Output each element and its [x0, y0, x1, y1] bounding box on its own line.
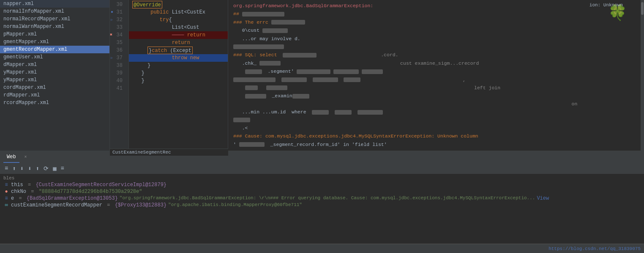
error-line-1: org.springframework.jdbc.BadSqlGrammarEx… [233, 2, 639, 10]
download-icon[interactable]: ⬇ [19, 165, 25, 172]
code-content[interactable]: @Override public List<CustEx try{ List<C… [129, 0, 228, 151]
debug-var-e[interactable]: ≡ e = {BadSqlGrammarException@13053} "or… [3, 195, 641, 202]
blurred-ex2 [292, 94, 309, 99]
this-eq: = [25, 182, 34, 188]
mapper-var-ref: {$Proxy133@12883} [115, 202, 166, 208]
top-right-text: ion: Unknown [589, 2, 623, 9]
error-nested-line: ; bad SQL grammar []; nested exception i… [233, 149, 639, 151]
mapper-eq: = [104, 202, 113, 208]
file-tree-item[interactable]: gmentMapper.xml [0, 38, 109, 46]
e-var-name: e [11, 195, 14, 201]
this-var-name: this [11, 182, 23, 188]
blurred-3 [262, 28, 288, 33]
blurred-seg2 [297, 69, 330, 74]
error-line-blank: , [233, 76, 639, 84]
blurred-sql1 [283, 53, 317, 58]
code-line-37: throw new [129, 54, 228, 62]
chkno-eq: = [28, 189, 37, 195]
view-link[interactable]: View [537, 195, 549, 201]
line-num-36: 36 [110, 47, 125, 54]
blurred-wh3 [357, 110, 383, 115]
error-line-3: 0\cust [233, 27, 639, 34]
tab-web[interactable]: Web [3, 151, 19, 163]
file-tree: napper.xml normalInfoMapper.xml normalRe… [0, 0, 110, 151]
code-editor: 30 31 ● 32 ▷ 33 34 ✖ 35 36 37 ▷ [110, 0, 228, 151]
tab-close-button[interactable]: × [25, 155, 27, 160]
file-tree-item[interactable]: gmentUser.xml [0, 53, 109, 61]
line-num-35: 35 [110, 39, 125, 47]
line-numbers: 30 31 ● 32 ▷ 33 34 ✖ 35 36 37 ▷ [110, 0, 129, 151]
code-line-36: }catch (Except [129, 47, 228, 54]
blurred-1 [242, 12, 284, 16]
down-icon[interactable]: ⬇ [27, 165, 33, 172]
file-tree-item[interactable]: yMapper.xml [0, 76, 109, 84]
code-line-34: ———— return [129, 31, 228, 39]
refresh-icon[interactable]: ⟳ [42, 165, 50, 172]
blurred-seg4 [362, 69, 383, 74]
error-sql-line: ### SQL: select .cord. [233, 51, 639, 59]
bottom-tabs: Web × [0, 151, 644, 163]
up-icon[interactable]: ⬆ [11, 165, 17, 172]
file-tree-item[interactable]: dMapper.xml [0, 61, 109, 69]
file-tree-item[interactable]: pMapper.xml [0, 30, 109, 38]
scrollbar-thumb [641, 2, 644, 15]
this-var-icon: ≡ [3, 182, 9, 188]
blurred-field1 [239, 142, 265, 147]
debug-var-chkno[interactable]: ● chkNo = "88884d77378d4d2296b84b7530a29… [3, 188, 641, 195]
blurred-form1 [245, 85, 258, 90]
file-tree-item[interactable]: rcordMapper.xml [0, 99, 109, 107]
status-bar: https://blog.csdn.net/qq_31839075 [0, 244, 644, 253]
blurred-wh4 [233, 118, 250, 122]
blurred-blank3 [313, 77, 338, 82]
error-line-2: ### The errc [233, 19, 639, 26]
error-line-5 [233, 43, 639, 51]
code-line-35: return [129, 39, 228, 47]
blurred-form2 [266, 85, 287, 90]
line-num-31: 31 ● [110, 8, 125, 16]
file-tree-item[interactable]: normalRecordMapper.xml [0, 15, 109, 23]
status-url[interactable]: https://blog.csdn.net/qq_31839075 [548, 246, 641, 251]
error-line-form: left join [233, 84, 639, 92]
blurred-chk1 [259, 61, 281, 66]
right-scrollbar[interactable] [641, 0, 644, 151]
file-tree-item[interactable]: normalInfoMapper.xml [0, 8, 109, 15]
error-line-segment: .segment' [233, 68, 639, 75]
mapper-var-name: custExamineSegmentRecordMapper [11, 202, 102, 208]
this-var-value: {CustExamineSegmentRecordServiceImpl@128… [35, 182, 166, 188]
chkno-var-value: "88884d77378d4d2296b84b7530a2928e" [39, 189, 142, 195]
error-line-4: ...or may involve d. [233, 35, 639, 43]
code-line-40: } [129, 77, 228, 85]
up2-icon[interactable]: ⬆ [35, 165, 41, 172]
e-var-icon: ≡ [3, 195, 9, 201]
chkno-var-name: chkNo [11, 189, 26, 195]
code-line-41 [129, 85, 228, 92]
file-tree-item[interactable]: cordMapper.xml [0, 84, 109, 91]
error-line-examine: _examin on [233, 92, 639, 108]
mapper-var-icon: ∞ [3, 202, 9, 208]
blurred-wh2 [335, 110, 352, 115]
e-eq: = [16, 195, 25, 201]
list-icon[interactable]: ≡ [60, 165, 65, 172]
file-tree-item[interactable]: normalWarnMapper.xml [0, 23, 109, 30]
grid-icon[interactable]: ▦ [52, 165, 57, 172]
variables-section-title: bles [3, 176, 641, 181]
debug-var-this[interactable]: ≡ this = {CustExamineSegmentRecordServic… [3, 182, 641, 188]
line-num-32: 32 ▷ [110, 16, 125, 24]
blurred-ex1 [245, 94, 266, 99]
line-num-40: 40 [110, 77, 125, 85]
override-annotation: @Override [132, 1, 162, 8]
file-tree-item-selected[interactable]: gmentRecordMapper.xml [0, 46, 109, 53]
blurred-2 [271, 20, 305, 25]
file-tree-item[interactable]: napper.xml [0, 0, 109, 8]
error-gutter: ✖ [110, 31, 112, 39]
debug-var-mapper[interactable]: ∞ custExamineSegmentRecordMapper = {$Pro… [3, 202, 641, 209]
menu-icon[interactable]: ≡ [3, 165, 9, 172]
file-tree-item[interactable]: rdMapper.xml [0, 91, 109, 99]
code-line-33: List<Cust [129, 24, 228, 31]
code-line-31: public List<CustEx [129, 8, 228, 16]
blurred-blank2 [281, 77, 307, 82]
blurred-blank4 [344, 77, 360, 82]
bottom-panel: Web × ≡ ⬆ ⬇ ⬇ ⬆ ⟳ ▦ ≡ bles ≡ this = {Cus… [0, 151, 644, 244]
file-tree-item[interactable]: yMapper.xml [0, 69, 109, 76]
line-num-30: 30 [110, 1, 125, 8]
